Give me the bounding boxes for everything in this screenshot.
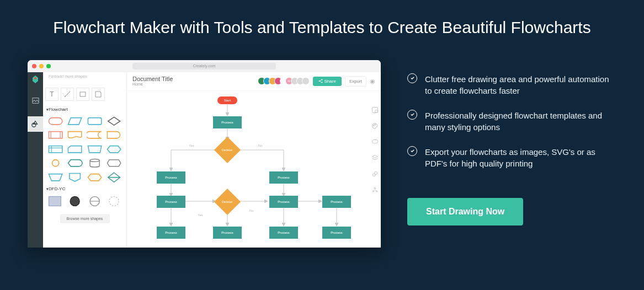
cat-flowchart[interactable]: Flowchart: [43, 105, 126, 114]
shape-loop[interactable]: [106, 144, 122, 155]
app-logo-icon: [31, 76, 39, 85]
shape-panel: Find/add more shapes T Flowchart: [43, 72, 127, 248]
start-drawing-button[interactable]: Start Drawing Now: [407, 198, 523, 225]
shape-dfd-entity[interactable]: [47, 195, 63, 207]
feature-text: Professionally designed flowchart templa…: [425, 110, 616, 133]
shape-grid-flowchart: [43, 114, 126, 185]
edge-label-no: No: [258, 144, 263, 147]
shape-dfd-store[interactable]: [87, 195, 103, 207]
link-icon[interactable]: [371, 170, 379, 178]
window-max-icon[interactable]: [46, 64, 51, 68]
shape-dfd-process[interactable]: [67, 195, 83, 207]
shape-data[interactable]: [67, 116, 83, 127]
shape-manual[interactable]: [87, 144, 103, 155]
canvas[interactable]: Yes No No Yes Start Process Decision Pro…: [127, 91, 381, 248]
cat-dfd[interactable]: DFD-YC: [43, 185, 126, 193]
svg-line-24: [320, 81, 321, 82]
feature-item: Clutter free drawing area and powerful a…: [407, 73, 616, 96]
layers-icon[interactable]: [371, 154, 379, 162]
edge-label-no: No: [249, 209, 254, 212]
avatar[interactable]: [302, 77, 310, 85]
shape-sort[interactable]: [106, 172, 122, 183]
svg-point-22: [321, 82, 322, 83]
node-process[interactable]: Process: [157, 227, 185, 239]
export-button[interactable]: Export: [345, 76, 366, 87]
svg-point-21: [321, 79, 322, 80]
shape-process[interactable]: [87, 116, 103, 127]
svg-line-23: [320, 80, 321, 81]
line-tool-icon[interactable]: [61, 88, 74, 101]
shape-display[interactable]: [67, 158, 83, 169]
shape-manualop[interactable]: [47, 172, 63, 183]
rail-shapes-icon[interactable]: [28, 116, 43, 132]
right-rail: [369, 91, 381, 248]
canvas-area: Document Title Home H: [127, 72, 381, 248]
shape-connector[interactable]: [47, 158, 63, 169]
collaborator-avatars[interactable]: H: [260, 77, 310, 85]
shape-terminator[interactable]: [47, 116, 63, 127]
shape-offpage[interactable]: [67, 172, 83, 183]
check-icon: [407, 110, 417, 120]
left-rail: [28, 72, 43, 248]
svg-rect-6: [88, 117, 101, 124]
svg-point-40: [374, 171, 377, 174]
node-process[interactable]: Process: [157, 196, 185, 208]
node-process[interactable]: Process: [269, 171, 298, 184]
preview-icon[interactable]: ◉: [370, 78, 375, 85]
node-process[interactable]: Process: [157, 171, 185, 184]
check-icon: [407, 73, 417, 83]
svg-point-0: [34, 77, 36, 79]
window-close-icon[interactable]: [32, 64, 36, 68]
svg-line-3: [65, 92, 70, 97]
edge-label-yes: Yes: [198, 213, 203, 217]
node-process[interactable]: Process: [322, 196, 351, 208]
titlebar: Creately.com: [28, 60, 381, 72]
shape-document[interactable]: [67, 130, 83, 141]
shape-internal[interactable]: [47, 144, 63, 155]
doc-title[interactable]: Document Title: [132, 76, 173, 82]
feature-text: Clutter free drawing area and powerful a…: [425, 73, 616, 96]
node-process[interactable]: Process: [213, 227, 242, 239]
svg-rect-10: [49, 146, 62, 152]
browse-shapes-button[interactable]: Browse more shapes: [60, 214, 110, 223]
node-process[interactable]: Process: [213, 116, 242, 128]
node-process[interactable]: Process: [269, 196, 298, 208]
shape-storage[interactable]: [87, 130, 103, 141]
node-process[interactable]: Process: [322, 227, 351, 239]
note-tool-icon[interactable]: [92, 88, 105, 101]
library-icon[interactable]: [371, 106, 379, 114]
shape-delay[interactable]: [106, 130, 122, 141]
svg-rect-15: [49, 196, 61, 206]
headline: Flowchart Maker with Tools and Templates…: [53, 17, 590, 39]
shape-subprocess[interactable]: [47, 130, 63, 141]
node-start[interactable]: Start: [217, 96, 237, 104]
node-process[interactable]: Process: [269, 227, 298, 239]
quick-tools: T: [43, 87, 126, 105]
layout-icon[interactable]: [371, 186, 379, 194]
svg-rect-4: [80, 92, 86, 96]
share-button[interactable]: Share: [313, 77, 342, 86]
window-min-icon[interactable]: [39, 64, 44, 68]
rect-tool-icon[interactable]: [76, 88, 89, 101]
shape-preparation[interactable]: [87, 172, 103, 183]
shape-preparation2[interactable]: [106, 158, 122, 169]
rail-image-icon[interactable]: [28, 93, 43, 109]
svg-point-19: [109, 196, 119, 206]
app-window: Creately.com Find/add more shapes T: [28, 60, 381, 248]
message-icon[interactable]: [371, 138, 379, 146]
feature-text: Export your flowcharts as images, SVG's …: [425, 146, 616, 169]
shape-dfd-flow[interactable]: [106, 195, 122, 207]
search-input[interactable]: Find/add more shapes: [45, 74, 124, 84]
shape-decision[interactable]: [106, 116, 122, 127]
palette-icon[interactable]: [371, 122, 379, 130]
feature-item: Export your flowcharts as images, SVG's …: [407, 146, 616, 169]
share-label: Share: [324, 79, 336, 84]
shape-card[interactable]: [67, 144, 83, 155]
breadcrumb[interactable]: Home: [132, 82, 173, 87]
shape-database[interactable]: [87, 158, 103, 169]
svg-point-36: [373, 125, 374, 126]
text-tool-icon[interactable]: T: [45, 88, 58, 101]
svg-point-14: [90, 159, 99, 162]
svg-point-37: [374, 124, 375, 125]
svg-point-35: [375, 110, 377, 112]
